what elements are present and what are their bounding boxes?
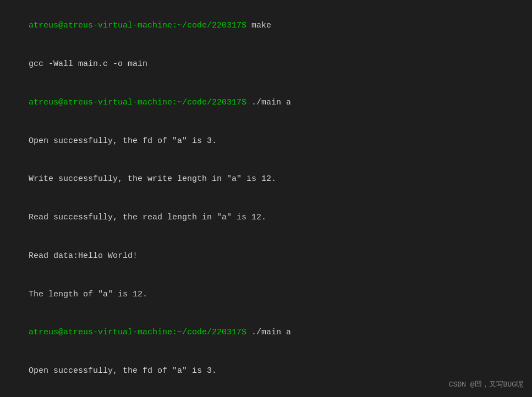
terminal-line: The length of "a" is 12. [9, 275, 523, 313]
terminal-line: Write successfully, the write length in … [9, 160, 523, 198]
output-text: The length of "a" is 12. [29, 290, 147, 299]
terminal-line: Open successfully, the fd of "a" is 3. [9, 122, 523, 160]
terminal-line: Write successfully, the write length in … [9, 390, 523, 398]
terminal-line: atreus@atreus-virtual-machine:~/code/220… [9, 7, 523, 45]
prompt: atreus@atreus-virtual-machine:~/code/220… [29, 98, 246, 107]
terminal-line: Read successfully, the read length in "a… [9, 198, 523, 237]
watermark: CSDN @凹，又写BUG呢 [449, 379, 523, 389]
command: make [246, 21, 271, 30]
terminal-window: atreus@atreus-virtual-machine:~/code/220… [0, 0, 532, 397]
terminal-line: atreus@atreus-virtual-machine:~/code/220… [9, 84, 523, 122]
output-text: Read successfully, the read length in "a… [29, 213, 266, 222]
terminal-line: Open successfully, the fd of "a" is 3. [9, 352, 523, 390]
output-text: gcc -Wall main.c -o main [29, 59, 147, 69]
output-text: Open successfully, the fd of "a" is 3. [29, 366, 217, 376]
terminal-line: atreus@atreus-virtual-machine:~/code/220… [9, 313, 523, 352]
output-text: Read data:Hello World! [29, 251, 138, 261]
prompt: atreus@atreus-virtual-machine:~/code/220… [29, 328, 246, 337]
terminal-line: Read data:Hello World! [9, 237, 523, 275]
terminal-line: gcc -Wall main.c -o main [9, 45, 523, 84]
output-text: Write successfully, the write length in … [29, 174, 276, 184]
command: ./main a [246, 98, 291, 107]
output-text: Open successfully, the fd of "a" is 3. [29, 136, 217, 146]
command: ./main a [246, 328, 291, 337]
prompt: atreus@atreus-virtual-machine:~/code/220… [29, 21, 246, 30]
